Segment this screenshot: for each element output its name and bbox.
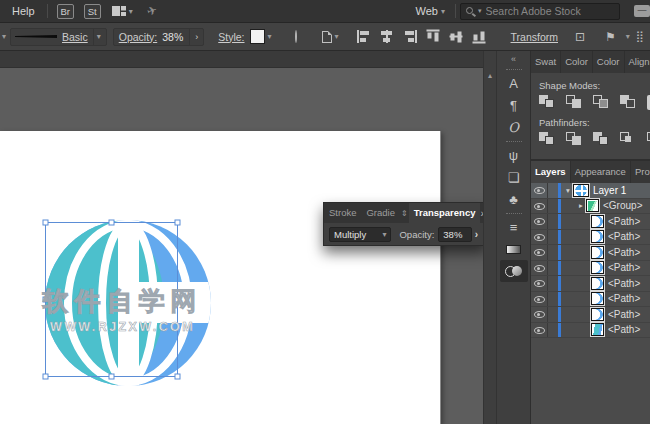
- visibility-toggle[interactable]: [531, 245, 548, 260]
- layer-row[interactable]: <Path>: [531, 245, 650, 261]
- layer-row[interactable]: <Path>: [531, 323, 650, 339]
- layer-thumbnail[interactable]: [573, 184, 589, 197]
- style-swatch[interactable]: [250, 29, 265, 44]
- layer-label[interactable]: <Path>: [608, 247, 640, 258]
- tab-color[interactable]: Color: [593, 51, 625, 73]
- opacity-control[interactable]: Opacity: 38% ›: [113, 28, 205, 46]
- tab-align[interactable]: Align: [625, 51, 650, 73]
- collapse-dock-icon[interactable]: «: [497, 51, 530, 66]
- submenu-arrow-icon[interactable]: ›: [189, 29, 203, 45]
- layer-label[interactable]: <Path>: [608, 262, 640, 273]
- align-vertical-bottom-icon[interactable]: [472, 30, 485, 44]
- brushes-toolbar-button[interactable]: Br: [57, 4, 74, 19]
- transparency-panel[interactable]: StrokeGradie⇕Transparency » ≡ Multiply ▾…: [323, 202, 483, 246]
- tab-color[interactable]: Color: [561, 51, 593, 73]
- layer-label[interactable]: <Path>: [608, 309, 640, 320]
- character-panel-icon[interactable]: A: [500, 72, 528, 94]
- tab-appearance[interactable]: Appearance: [571, 161, 631, 183]
- visibility-toggle[interactable]: [531, 307, 548, 322]
- pathfinder-divide-icon[interactable]: [539, 132, 556, 147]
- brushes-panel-icon[interactable]: ψ: [500, 144, 528, 166]
- layer-row[interactable]: <Path>: [531, 292, 650, 308]
- blend-mode-dropdown[interactable]: Multiply ▾: [329, 227, 391, 242]
- layer-row[interactable]: ▾ Layer 1: [531, 183, 650, 199]
- workspace-switcher-icon[interactable]: ⣿: [636, 30, 644, 43]
- document-setup-button[interactable]: ▾: [322, 31, 339, 43]
- layer-thumbnail[interactable]: [591, 230, 604, 243]
- layer-thumbnail[interactable]: [591, 215, 604, 228]
- layer-thumbnail[interactable]: [591, 261, 604, 274]
- tab-gradie[interactable]: Gradie: [361, 203, 400, 223]
- layer-row[interactable]: <Path>: [531, 214, 650, 230]
- layer-thumbnail[interactable]: [591, 277, 604, 290]
- opacity-label[interactable]: Opacity:: [119, 31, 158, 43]
- pathfinder-crop-icon[interactable]: [620, 132, 637, 147]
- menu-help[interactable]: Help: [4, 5, 43, 17]
- expand-panel-icon[interactable]: »: [480, 208, 483, 219]
- shape-mode-exclude-icon[interactable]: [620, 95, 637, 110]
- layer-row[interactable]: <Path>: [531, 276, 650, 292]
- layer-thumbnail[interactable]: [591, 323, 604, 336]
- style-label[interactable]: Style:: [218, 31, 244, 43]
- select-similar-button[interactable]: ⚑ ▾: [598, 30, 630, 44]
- layer-thumbnail[interactable]: [591, 308, 604, 321]
- stroke-preset-dropdown[interactable]: Basic ▾: [10, 28, 107, 46]
- visibility-toggle[interactable]: [531, 261, 548, 276]
- visibility-toggle[interactable]: [531, 230, 548, 245]
- opacity-value[interactable]: 38%: [162, 31, 183, 43]
- visibility-toggle[interactable]: [531, 292, 548, 307]
- visibility-toggle[interactable]: [531, 276, 548, 291]
- shape-mode-unite-icon[interactable]: [539, 95, 556, 110]
- layer-label[interactable]: <Path>: [608, 216, 640, 227]
- layer-label[interactable]: <Path>: [608, 324, 640, 335]
- tab-layers[interactable]: Layers: [531, 161, 571, 183]
- tab-stroke[interactable]: Stroke: [324, 203, 361, 223]
- chevron-down-icon[interactable]: ▾: [268, 32, 272, 41]
- visibility-toggle[interactable]: [531, 323, 548, 338]
- layer-row[interactable]: ▸ <Group>: [531, 199, 650, 215]
- style-control[interactable]: Style: ▾: [218, 29, 271, 44]
- transform-link[interactable]: Transform: [511, 31, 558, 43]
- layer-label[interactable]: <Path>: [608, 278, 640, 289]
- graphic-styles-toolbar-button[interactable]: St: [84, 4, 101, 19]
- visibility-toggle[interactable]: [531, 199, 548, 214]
- minimize-button[interactable]: —: [634, 5, 650, 17]
- opacity-value-field[interactable]: 38%: [438, 227, 471, 242]
- canvas[interactable]: 软件自学网 WWW.RJZXW.COM StrokeGradie⇕Transpa…: [0, 51, 483, 424]
- expand-chevron-icon[interactable]: ▾: [563, 186, 573, 195]
- align-vertical-top-icon[interactable]: [426, 30, 439, 44]
- tab-swat[interactable]: Swat: [531, 51, 561, 73]
- align-horizontal-center-icon[interactable]: [380, 30, 394, 43]
- shape-mode-intersect-icon[interactable]: [593, 95, 610, 110]
- vertical-scrollbar[interactable]: ▴: [483, 51, 496, 424]
- layer-row[interactable]: <Path>: [531, 230, 650, 246]
- pathfinder-merge-icon[interactable]: [593, 132, 610, 147]
- layer-row[interactable]: <Path>: [531, 307, 650, 323]
- layer-thumbnail[interactable]: [586, 199, 599, 212]
- symbols-panel-icon[interactable]: ♣: [500, 188, 528, 210]
- chevron-down-icon[interactable]: ▾: [93, 29, 104, 45]
- document-profile-dropdown[interactable]: Web ▾: [416, 5, 445, 17]
- expand-chevron-icon[interactable]: ▸: [576, 201, 586, 210]
- gpu-performance-icon[interactable]: ✈: [145, 3, 159, 19]
- stroke-panel-icon[interactable]: ≡: [500, 216, 528, 238]
- tab-transparency[interactable]: Transparency: [409, 203, 481, 223]
- stroke-preset-label[interactable]: Basic: [62, 31, 88, 43]
- paragraph-panel-icon[interactable]: ¶: [500, 94, 528, 116]
- scroll-up-icon[interactable]: ▴: [488, 71, 492, 80]
- recolor-artwork-icon[interactable]: [295, 30, 297, 43]
- layer-label[interactable]: <Path>: [608, 293, 640, 304]
- layer-thumbnail[interactable]: [591, 292, 604, 305]
- layer-thumbnail[interactable]: [591, 246, 604, 259]
- stock-search-input[interactable]: ▾ Search Adobe Stock: [460, 3, 620, 20]
- layer-label[interactable]: <Path>: [608, 231, 640, 242]
- graphic-styles-panel-icon[interactable]: ❏: [500, 166, 528, 188]
- visibility-toggle[interactable]: [531, 214, 548, 229]
- tab-propertie[interactable]: Propertie: [631, 161, 650, 183]
- visibility-toggle[interactable]: [531, 183, 548, 198]
- opentype-panel-icon[interactable]: O: [500, 116, 528, 138]
- align-horizontal-right-icon[interactable]: [403, 30, 417, 43]
- shape-mode-minus-front-icon[interactable]: [566, 95, 583, 110]
- layer-label[interactable]: Layer 1: [593, 185, 626, 196]
- bounding-box-icon[interactable]: ⊡: [575, 30, 585, 44]
